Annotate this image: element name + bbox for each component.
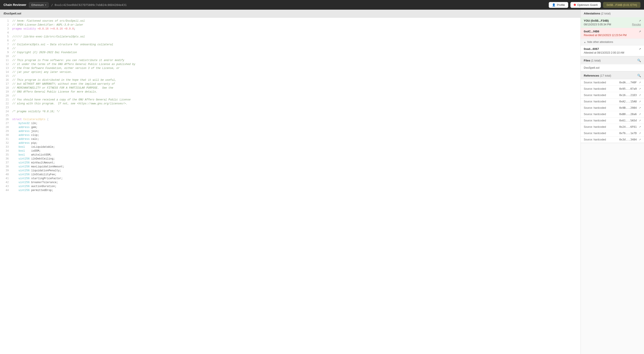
line-number: 2 [2,23,9,26]
line-code: // it under the terms of the GNU Affero … [12,63,135,66]
code-line: 14// (at your option) any later version. [0,70,580,74]
files-search-button[interactable]: 🔍 [637,59,641,62]
file-header: /DssSpell.sol [0,10,580,17]
ref-external-link[interactable]: ↗ [639,94,641,97]
chevron-down-icon: ▾ [45,4,46,6]
code-line: 26struct CollateralOpts { [0,118,580,122]
line-number: 12 [2,63,9,66]
attestations-section: Attestations (2 total) YOU (0x5B...F34B)… [581,10,644,56]
code-line: 32 address pip; [0,141,580,145]
line-code: // [12,55,15,58]
attestations-header: Attestations (2 total) [581,10,644,17]
ref-external-link[interactable]: ↗ [639,81,641,84]
reference-item: Source: hardcoded 0x95...07a9 ↗ [581,86,644,92]
ref-address: 0xdA...740F [619,81,636,84]
line-number: 33 [2,145,9,148]
line-code: // [12,39,15,42]
code-content[interactable]: 1// hevm: flattened sources of src/DssSp… [0,17,580,354]
line-code: // CollateralOpts.sol — Data structure f… [12,43,113,46]
ref-address: 0xA2...15A8 [619,100,636,103]
file-name: /DssSpell.sol [4,12,21,15]
line-number: 5 [2,35,9,38]
line-code: uint256 startingPriceFactor; [12,177,63,180]
profile-button[interactable]: 👤 Profile [549,2,568,8]
references-header: References (17 total) 🔍 [581,72,644,79]
line-number: 10 [2,55,9,58]
att-timestamp-you: 08/13/2023 5:05:34 PM [584,23,611,26]
line-code: // You should have received a copy of th… [12,98,130,101]
ref-external-link[interactable]: ↗ [639,106,641,109]
code-line: 42 uint256 breakerTolerance; [0,181,580,185]
code-line: 15// [0,74,580,78]
optimism-network-button[interactable]: Optimism Goerli [570,2,601,8]
ref-external-link[interactable]: ↗ [639,113,641,116]
line-number: 44 [2,188,9,192]
att-row2-other: Attested at 08/13/2023 2:00:10 AM [584,51,641,54]
line-number: 3 [2,27,9,30]
line-number: 20 [2,94,9,97]
ref-source: Source: hardcoded [584,132,606,135]
reference-item: Source: hardcoded 0x16...21D3 ↗ [581,92,644,98]
ref-address: 0x3d...3484 [619,138,636,141]
line-code: address join; [12,130,39,133]
ref-external-link[interactable]: ↗ [639,132,641,135]
hide-other-attestations[interactable]: ▲ hide other attestations [581,39,644,45]
reference-item: Source: hardcoded 0x61...5A5d ↗ [581,118,644,124]
optimism-label: Optimism Goerli [577,3,598,6]
att-revoke-button[interactable]: Revoke [632,23,641,26]
code-line: 11// This program is free software: you … [0,59,580,63]
line-code: // hevm: flattened sources of src/DssSpe… [12,19,85,22]
att-external-link-other[interactable]: ↗ [639,47,641,50]
line-number: 19 [2,90,9,93]
ref-external-link[interactable]: ↗ [639,125,641,128]
line-code: address pip; [12,142,38,145]
ref-external-link[interactable]: ↗ [639,119,641,122]
references-title-text: References [584,74,599,77]
hide-triangle-icon: ▲ [584,41,586,43]
line-number: 38 [2,165,9,168]
header-actions: 👤 Profile Optimism Goerli 0x5B...F34B (0… [549,2,640,8]
reference-item: Source: hardcoded 0xA2...15A8 ↗ [581,98,644,105]
line-number: 14 [2,70,9,73]
att-timestamp-other: Attested at 08/13/2023 2:00:10 AM [584,51,624,54]
ref-external-link[interactable]: ↗ [639,138,641,141]
code-line: 40 uint256 ilkStabilityFee; [0,173,580,177]
line-code: // SPDX-License-Identifier: AGPL-3.0-or-… [12,23,83,26]
ref-address: 0x9B...2984 [619,106,636,109]
line-code: uint256 auctionDuration; [12,185,56,188]
att-row1-other: 0xad...6067 ↗ [584,47,641,50]
file-item[interactable]: DssSpell.sol [581,64,644,71]
att-row1: YOU (0x5B...F34B) ↗ [584,19,641,22]
line-number: 16 [2,78,9,81]
contract-address: / 0xa1c423ee0bbC927EF5809c7ebB24c86D4284… [51,3,126,6]
line-number: 26 [2,118,9,121]
ref-source: Source: hardcoded [584,81,606,84]
code-line: 38 uint256 maxLiquidationAmount; [0,165,580,169]
attestation-item-you: YOU (0x5B...F34B) ↗ 08/13/2023 5:05:34 P… [581,17,644,28]
references-search-button[interactable]: 🔍 [637,74,641,77]
sidebar: Attestations (2 total) YOU (0x5B...F34B)… [580,10,644,354]
ref-external-link[interactable]: ↗ [639,87,641,90]
line-number: 24 [2,110,9,113]
att-row2-revoked: Revoked at 08/13/2023 12:23:54 PM [584,34,641,37]
code-line: 13// the Free Software Foundation, eithe… [0,66,580,70]
line-number: 34 [2,149,9,152]
att-id-revoked: 0xdC...f4B6 [584,30,599,33]
ref-address: 0x61...5A5d [619,119,636,122]
ref-address: 0xf6...1e7D [619,132,636,135]
profile-icon: 👤 [552,3,556,6]
ref-address: 0x16...21D3 [619,94,636,97]
code-line: 9// Copyright (C) 2020-2022 Dai Foundati… [0,51,580,55]
wallet-label: 0x5B...F34B (0.01 ETH) [606,3,637,6]
att-external-link-revoked[interactable]: ↗ [639,30,641,33]
network-status-dot [574,4,576,6]
line-number: 37 [2,161,9,164]
reference-item: Source: hardcoded 0xdA...740F ↗ [581,79,644,86]
wallet-button[interactable]: 0x5B...F34B (0.01 ETH) [603,2,640,8]
ref-source: Source: hardcoded [584,138,606,141]
code-panel: /DssSpell.sol 1// hevm: flattened source… [0,10,580,354]
code-line: 19// GNU Affero General Public License f… [0,90,580,94]
att-external-link-you[interactable]: ↗ [639,19,641,22]
ref-external-link[interactable]: ↗ [639,100,641,103]
network-selector[interactable]: Ethereum ▾ [29,2,48,8]
